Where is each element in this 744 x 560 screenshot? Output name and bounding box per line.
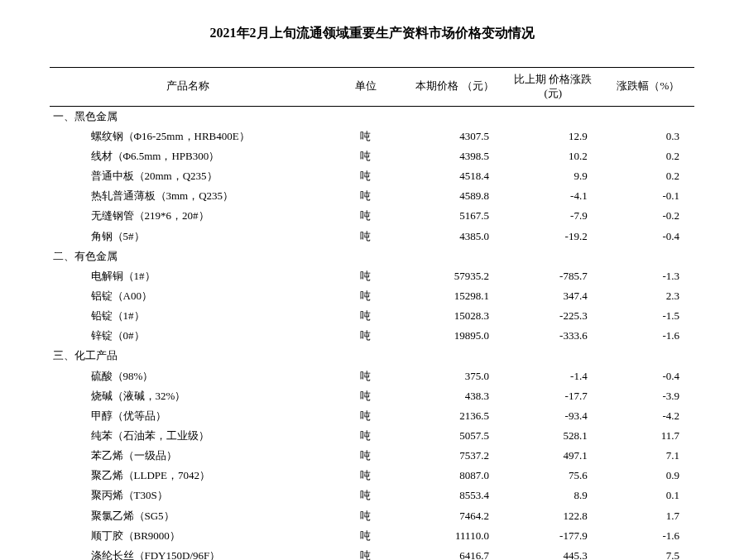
diff-cell: 497.1 <box>504 446 602 466</box>
price-cell: 7464.2 <box>406 506 504 526</box>
unit-cell: 吨 <box>326 466 406 486</box>
table-row: 铅锭（1#）吨15028.3-225.3-1.5 <box>50 306 694 326</box>
unit-cell: 吨 <box>326 146 406 166</box>
page-title: 2021年2月上旬流通领域重要生产资料市场价格变动情况 <box>50 25 694 42</box>
pct-cell: 0.9 <box>602 466 694 486</box>
pct-cell: -0.4 <box>602 366 694 386</box>
product-name: 硫酸（98%） <box>53 368 153 385</box>
price-cell: 4589.8 <box>406 186 504 206</box>
unit-cell: 吨 <box>326 326 406 346</box>
pct-cell: 1.7 <box>602 506 694 526</box>
table-row: 甲醇（优等品）吨2136.5-93.4-4.2 <box>50 406 694 426</box>
product-name: 苯乙烯（一级品） <box>53 448 177 464</box>
unit-cell: 吨 <box>326 186 406 206</box>
table-row: 苯乙烯（一级品）吨7537.2497.17.1 <box>50 446 694 466</box>
diff-cell: -93.4 <box>504 406 602 426</box>
col-header-pct: 涨跌幅（%） <box>602 68 694 107</box>
product-name: 聚丙烯（T30S） <box>53 487 168 504</box>
diff-cell: 445.3 <box>504 546 602 560</box>
pct-cell: -1.6 <box>602 326 694 346</box>
diff-cell: -1.4 <box>504 366 602 386</box>
table-row: 螺纹钢（Φ16-25mm，HRB400E）吨4307.512.90.3 <box>50 127 694 146</box>
product-name: 顺丁胶（BR9000） <box>53 528 180 544</box>
table-row: 线材（Φ6.5mm，HPB300）吨4398.510.20.2 <box>50 146 694 166</box>
unit-cell: 吨 <box>326 127 406 146</box>
table-row: 角钢（5#）吨4385.0-19.2-0.4 <box>50 227 694 246</box>
price-cell: 7537.2 <box>406 446 504 466</box>
diff-cell: 9.9 <box>504 166 602 186</box>
product-name: 热轧普通薄板（3mm，Q235） <box>53 188 233 204</box>
diff-cell: 528.1 <box>504 426 602 446</box>
product-name: 涤纶长丝（FDY150D/96F） <box>53 548 220 560</box>
diff-cell: -4.1 <box>504 186 602 206</box>
product-name: 螺纹钢（Φ16-25mm，HRB400E） <box>53 128 250 145</box>
diff-cell: -19.2 <box>504 227 602 246</box>
price-cell: 5167.5 <box>406 206 504 226</box>
diff-cell: -785.7 <box>504 266 602 286</box>
unit-cell: 吨 <box>326 426 406 446</box>
unit-cell: 吨 <box>326 486 406 505</box>
price-cell: 19895.0 <box>406 326 504 346</box>
price-cell: 4307.5 <box>406 127 504 146</box>
product-name: 普通中板（20mm，Q235） <box>53 168 218 184</box>
col-header-diff: 比上期 价格涨跌(元) <box>504 68 602 107</box>
product-name: 纯苯（石油苯，工业级） <box>53 428 209 444</box>
product-name: 聚氯乙烯（SG5） <box>53 508 175 524</box>
diff-cell: 10.2 <box>504 146 602 166</box>
diff-cell: -17.7 <box>504 386 602 406</box>
unit-cell: 吨 <box>326 386 406 406</box>
pct-cell: -3.9 <box>602 386 694 406</box>
price-cell: 8087.0 <box>406 466 504 486</box>
pct-cell: 11.7 <box>602 426 694 446</box>
diff-cell: 12.9 <box>504 127 602 146</box>
unit-cell: 吨 <box>326 446 406 466</box>
unit-cell: 吨 <box>326 227 406 246</box>
product-name: 角钢（5#） <box>53 228 145 245</box>
unit-cell: 吨 <box>326 526 406 546</box>
price-cell: 8553.4 <box>406 486 504 505</box>
pct-cell: -1.6 <box>602 526 694 546</box>
category-heading: 一、黑色金属 <box>53 108 118 125</box>
price-cell: 57935.2 <box>406 266 504 286</box>
pct-cell: 2.3 <box>602 286 694 306</box>
diff-cell: 122.8 <box>504 506 602 526</box>
product-name: 线材（Φ6.5mm，HPB300） <box>53 148 219 165</box>
diff-cell: 75.6 <box>504 466 602 486</box>
col-header-name: 产品名称 <box>50 68 326 107</box>
table-row: 纯苯（石油苯，工业级）吨5057.5528.111.7 <box>50 426 694 446</box>
diff-cell: 8.9 <box>504 486 602 505</box>
pct-cell: 0.1 <box>602 486 694 505</box>
pct-cell: 0.2 <box>602 166 694 186</box>
table-row: 聚乙烯（LLDPE，7042）吨8087.075.60.9 <box>50 466 694 486</box>
unit-cell: 吨 <box>326 366 406 386</box>
table-row: 顺丁胶（BR9000）吨11110.0-177.9-1.6 <box>50 526 694 546</box>
price-cell: 2136.5 <box>406 406 504 426</box>
table-row: 聚丙烯（T30S）吨8553.48.90.1 <box>50 486 694 505</box>
price-cell: 5057.5 <box>406 426 504 446</box>
pct-cell: -1.3 <box>602 266 694 286</box>
price-cell: 4385.0 <box>406 227 504 246</box>
product-name: 铅锭（1#） <box>53 308 145 324</box>
unit-cell: 吨 <box>326 206 406 226</box>
product-name: 电解铜（1#） <box>53 268 156 285</box>
pct-cell: 0.2 <box>602 146 694 166</box>
price-cell: 4518.4 <box>406 166 504 186</box>
category-row: 一、黑色金属 <box>50 106 694 127</box>
product-name: 锌锭（0#） <box>53 328 145 344</box>
pct-cell: -0.4 <box>602 227 694 246</box>
diff-cell: 347.4 <box>504 286 602 306</box>
price-cell: 15298.1 <box>406 286 504 306</box>
unit-cell: 吨 <box>326 506 406 526</box>
price-cell: 4398.5 <box>406 146 504 166</box>
table-row: 热轧普通薄板（3mm，Q235）吨4589.8-4.1-0.1 <box>50 186 694 206</box>
product-name: 铝锭（A00） <box>53 288 152 304</box>
category-row: 二、有色金属 <box>50 246 694 266</box>
table-row: 锌锭（0#）吨19895.0-333.6-1.6 <box>50 326 694 346</box>
product-name: 甲醇（优等品） <box>53 408 166 424</box>
price-cell: 15028.3 <box>406 306 504 326</box>
pct-cell: 7.5 <box>602 546 694 560</box>
pct-cell: -1.5 <box>602 306 694 326</box>
unit-cell: 吨 <box>326 306 406 326</box>
table-row: 烧碱（液碱，32%）吨438.3-17.7-3.9 <box>50 386 694 406</box>
unit-cell: 吨 <box>326 266 406 286</box>
